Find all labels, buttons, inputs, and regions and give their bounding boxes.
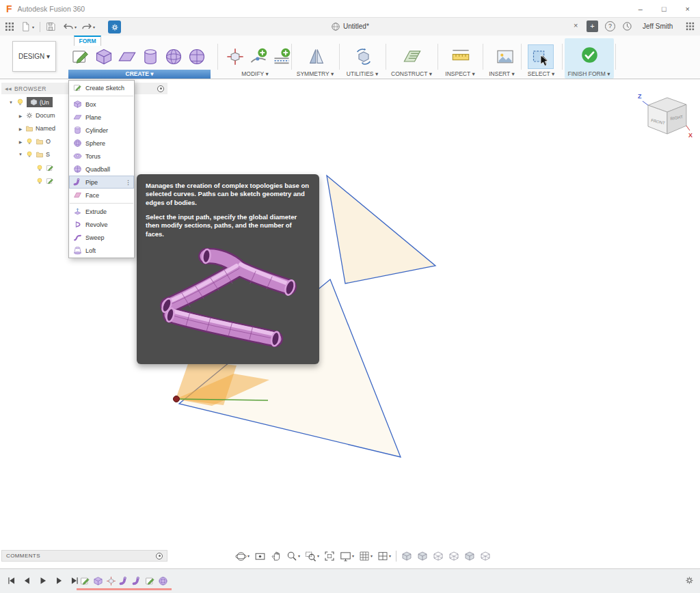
tab-close-icon[interactable]: × (574, 21, 578, 29)
play-icon[interactable] (38, 576, 48, 585)
close-button[interactable]: × (686, 5, 690, 13)
menu-item-create-sketch[interactable]: Create Sketch (69, 81, 134, 94)
sphere-icon[interactable] (163, 46, 185, 68)
timeline-pipe-feature-icon[interactable] (132, 576, 142, 586)
menu-item-sweep[interactable]: Sweep (69, 231, 134, 244)
zoom-window-icon[interactable]: ▾ (305, 551, 319, 562)
insert-group-dropdown[interactable]: INSERT ▾ (484, 70, 520, 79)
help-icon[interactable]: ? (605, 21, 615, 31)
browser-item-sketch-child[interactable] (36, 177, 54, 185)
redo-icon[interactable] (81, 21, 92, 32)
timeline-box-feature-icon[interactable] (93, 576, 103, 586)
menu-item-loft[interactable]: Loft (69, 244, 134, 257)
pan-hand-icon[interactable] (271, 551, 282, 562)
menu-item-face[interactable]: Face (69, 189, 134, 202)
browser-root-item[interactable]: ▼ (Un (8, 97, 53, 107)
viewports-icon[interactable]: ▾ (377, 551, 391, 562)
orthographic-cube-icon[interactable] (480, 551, 491, 562)
tab-form[interactable]: FORM (74, 36, 101, 46)
visibility-bulb-icon[interactable] (25, 137, 33, 146)
visibility-bulb-icon[interactable] (25, 150, 33, 158)
box-icon[interactable] (93, 46, 115, 68)
comments-options-dot-button[interactable] (156, 553, 163, 560)
zoom-icon[interactable]: ▾ (286, 551, 300, 562)
menu-item-more-icon[interactable]: ⋮ (125, 179, 131, 186)
expand-caret-icon[interactable]: ▼ (8, 100, 14, 105)
construct-group-dropdown[interactable]: CONSTRUCT ▾ (387, 70, 436, 79)
app-grid-icon[interactable] (4, 21, 15, 32)
sketch-profile-upper[interactable] (327, 176, 435, 284)
menu-item-sphere[interactable]: Sphere (69, 137, 134, 150)
menu-item-torus[interactable]: Torus (69, 150, 134, 163)
construct-plane-icon[interactable] (401, 46, 423, 68)
browser-item-sketch-child[interactable] (36, 164, 54, 172)
browser-item-named-views[interactable]: ▶ Named (18, 124, 55, 133)
timeline-sketch-feature-icon[interactable] (145, 576, 155, 586)
quadball-icon[interactable] (186, 46, 208, 68)
browser-item-document-settings[interactable]: ▶ Docum (18, 111, 55, 120)
file-menu-icon[interactable] (21, 21, 31, 32)
timeline-pipe-feature-icon[interactable] (119, 576, 129, 586)
expand-caret-icon[interactable]: ▶ (18, 113, 23, 118)
minimize-button[interactable]: – (638, 5, 643, 13)
timeline-edit-form-feature-icon[interactable] (106, 576, 116, 586)
inspect-group-dropdown[interactable]: INSPECT ▾ (439, 70, 481, 79)
modify-group-dropdown[interactable]: MODIFY ▾ (220, 70, 290, 79)
grid-and-snaps-icon[interactable]: ▾ (359, 551, 373, 562)
menu-item-pipe[interactable]: Pipe ⋮ (69, 176, 134, 189)
visibility-bulb-icon[interactable] (36, 177, 44, 185)
fit-icon[interactable] (324, 551, 335, 562)
utilities-icon[interactable] (353, 46, 375, 68)
go-to-start-icon[interactable] (7, 576, 16, 585)
save-icon[interactable] (45, 21, 56, 32)
insert-point-icon[interactable] (247, 46, 269, 68)
timeline-sphere-feature-icon[interactable] (158, 576, 168, 586)
expand-caret-icon[interactable]: ▼ (18, 152, 23, 156)
mirror-symmetry-icon[interactable] (306, 46, 327, 68)
visibility-bulb-icon[interactable] (16, 98, 25, 107)
expand-caret-icon[interactable]: ▶ (18, 126, 23, 131)
redo-caret-icon[interactable]: ▾ (93, 25, 95, 29)
step-forward-icon[interactable] (54, 576, 64, 585)
menu-item-box[interactable]: Box (69, 98, 134, 111)
shaded-cube-icon[interactable] (401, 551, 412, 562)
user-menu[interactable]: Jeff Smith (643, 23, 673, 30)
root-document-chip[interactable]: (Un (27, 97, 53, 107)
expand-caret-icon[interactable]: ▶ (18, 139, 23, 144)
job-status-icon[interactable] (108, 20, 121, 33)
insert-image-icon[interactable] (494, 46, 516, 68)
new-document-tab-button[interactable]: + (587, 20, 598, 32)
document-tab[interactable]: Untitled* (343, 23, 369, 30)
browser-collapse-icon[interactable]: ◀◀ (5, 86, 12, 91)
plane-icon[interactable] (116, 46, 138, 68)
menu-item-revolve[interactable]: Revolve (69, 218, 134, 231)
shaded-edges-cube-icon[interactable] (417, 551, 428, 562)
timeline-settings-gear-icon[interactable] (684, 575, 695, 585)
symmetry-group-dropdown[interactable]: SYMMETRY ▾ (293, 70, 338, 79)
create-group-dropdown[interactable]: CREATE ▾ (68, 70, 211, 79)
edit-form-icon[interactable] (224, 46, 246, 68)
browser-item-origin[interactable]: ▶ O (18, 137, 51, 146)
visibility-bulb-icon[interactable] (36, 164, 44, 172)
cylinder-icon[interactable] (139, 46, 161, 68)
insert-edge-icon[interactable] (271, 46, 293, 68)
menu-item-extrude[interactable]: Extrude (69, 205, 134, 218)
orbit-icon[interactable]: ▾ (235, 551, 250, 562)
undo-caret-icon[interactable]: ▾ (75, 25, 77, 29)
menu-item-quadball[interactable]: Quadball (69, 163, 134, 176)
finish-form-button[interactable]: FINISH FORM ▾ (563, 70, 615, 79)
comments-panel[interactable]: COMMENTS (1, 550, 167, 562)
browser-options-dot-button[interactable] (157, 85, 164, 92)
create-sketch-icon[interactable] (70, 46, 92, 68)
view-cube[interactable]: FRONT RIGHT Z X (633, 87, 696, 141)
finish-form-check-icon[interactable] (580, 46, 599, 64)
wireframe-cube-icon[interactable] (433, 551, 444, 562)
hidden-edges-cube-icon[interactable] (448, 551, 459, 562)
origin-point[interactable] (174, 396, 180, 402)
workspace-selector[interactable]: DESIGN ▾ (12, 41, 56, 72)
file-menu-caret-icon[interactable]: ▾ (32, 25, 34, 29)
maximize-button[interactable]: □ (662, 5, 667, 13)
browser-item-sketches[interactable]: ▼ S (18, 150, 50, 158)
measure-icon[interactable] (450, 46, 472, 68)
perspective-cube-icon[interactable] (464, 551, 475, 562)
